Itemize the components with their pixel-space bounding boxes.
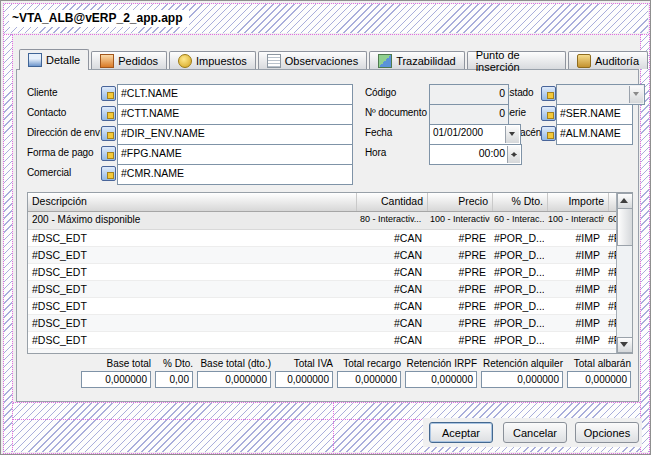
fecha-field[interactable]: 01/01/2000 [429, 124, 521, 145]
cliente-field[interactable]: #CLT.NAME [117, 84, 353, 105]
comercial-field[interactable]: #CMR.NAME [117, 164, 353, 185]
grid-config-row: 200 - Máximo disponible80 - Interactiv..… [28, 212, 617, 230]
grid-cell[interactable]: #DSC_EDT [28, 349, 356, 354]
estado-lookup-icon [541, 86, 556, 101]
window-title: ~VTA_ALB@vERP_2_app.app [9, 10, 189, 27]
scroll-up-icon[interactable] [617, 193, 633, 209]
grid-cell[interactable]: #POR_D... [490, 349, 544, 354]
grid-cell[interactable]: #PRE [426, 264, 490, 280]
grid-row[interactable]: #DSC_EDT#CAN#PRE#POR_D...#IMP#POR_IVA [28, 281, 617, 298]
contacto-lookup-icon[interactable] [101, 106, 116, 121]
column-header-cantidad[interactable]: Cantidad [357, 193, 428, 211]
grid-cell[interactable]: #POR_D... [490, 298, 544, 314]
grid-cell[interactable]: #POR_D... [490, 230, 544, 246]
grid-row[interactable]: #DSC_EDT#CAN#PRE#POR_D...#IMP#POR_IVA [28, 298, 617, 315]
grid-cell[interactable]: #POR_D... [490, 264, 544, 280]
grid-cell[interactable]: #DSC_EDT [28, 315, 356, 331]
serie-lookup-icon[interactable] [541, 106, 556, 121]
grid-cell[interactable]: #POR_D... [490, 247, 544, 263]
direccion-envio-field[interactable]: #DIR_ENV.NAME [117, 124, 353, 145]
tab-detalle[interactable]: Detalle [19, 49, 89, 70]
total-label: Retención IRPF [406, 358, 477, 369]
grid-cell[interactable]: #PRE [426, 315, 490, 331]
grid-cell[interactable]: #PRE [426, 298, 490, 314]
tab-pedidos[interactable]: Pedidos [91, 51, 167, 69]
grid-cell[interactable]: #IMP [544, 230, 604, 246]
total-field[interactable]: 0,00 [155, 371, 193, 388]
total-field[interactable]: 0,000000 [275, 371, 333, 388]
total-field[interactable]: 0,000000 [197, 371, 271, 388]
hora-spinner[interactable] [507, 146, 520, 163]
tab-trazabilidad[interactable]: Trazabilidad [369, 51, 465, 69]
tab-punto-de-insercion[interactable]: Punto de inserción [467, 51, 566, 69]
scroll-down-icon[interactable] [617, 337, 633, 353]
column-header-precio[interactable]: Precio [428, 193, 493, 211]
tab-auditoria[interactable]: Auditoría [568, 51, 648, 69]
almacen-field[interactable]: #ALM.NAME [556, 124, 633, 145]
grid-cell[interactable]: #CAN [356, 349, 426, 354]
hora-field[interactable]: 00:00 [429, 144, 522, 165]
detail-tab-icon [28, 53, 42, 67]
grid-cell[interactable]: #DSC_EDT [28, 230, 356, 246]
forma-pago-lookup-icon[interactable] [101, 146, 116, 161]
grid-cell[interactable]: #PRE [426, 230, 490, 246]
grid-cell[interactable]: #IMP [544, 298, 604, 314]
grid-cell[interactable]: #DSC_EDT [28, 332, 356, 348]
grid-cell[interactable]: #POR_D... [490, 315, 544, 331]
forma-pago-label: Forma de pago [27, 147, 94, 158]
aceptar-button[interactable]: Aceptar [429, 422, 493, 443]
grid-cell[interactable]: #CAN [356, 247, 426, 263]
grid-cell[interactable]: #CAN [356, 315, 426, 331]
lines-grid: DescripciónCantidadPrecio% Dto.Importe% … [27, 192, 633, 354]
grid-cell[interactable]: #POR_D... [490, 332, 544, 348]
grid-cell[interactable]: #CAN [356, 332, 426, 348]
grid-cell[interactable]: #CAN [356, 264, 426, 280]
direccion-envio-lookup-icon[interactable] [101, 126, 116, 141]
almacen-lookup-icon[interactable] [541, 126, 556, 141]
grid-cell[interactable]: #DSC_EDT [28, 298, 356, 314]
total-field[interactable]: 0,000000 [405, 371, 477, 388]
forma-pago-field[interactable]: #FPG.NAME [117, 144, 353, 165]
cliente-lookup-icon[interactable] [101, 86, 116, 101]
grid-cell[interactable]: #PRE [426, 247, 490, 263]
column-header-dto[interactable]: % Dto. [493, 193, 548, 211]
grid-cell[interactable]: #IMP [544, 264, 604, 280]
tab-observaciones[interactable]: Observaciones [258, 51, 367, 69]
column-header-importe[interactable]: Importe [548, 193, 609, 211]
contacto-field[interactable]: #CTT.NAME [117, 104, 353, 125]
total-field[interactable]: 0,000000 [567, 371, 631, 388]
total-field[interactable]: 0,000000 [81, 371, 151, 388]
grid-cell[interactable]: #DSC_EDT [28, 247, 356, 263]
grid-row[interactable]: #DSC_EDT#CAN#PRE#POR_D...#IMP#POR_IVA [28, 332, 617, 349]
grid-row[interactable]: #DSC_EDT#CAN#PRE#POR_D...#IMP#POR_IVA [28, 247, 617, 264]
grid-cell[interactable]: #PRE [426, 349, 490, 354]
grid-cell[interactable]: #CAN [356, 298, 426, 314]
total-field[interactable]: 0,000000 [481, 371, 563, 388]
grid-cell[interactable]: #CAN [356, 281, 426, 297]
scrollbar-thumb[interactable] [617, 208, 633, 246]
total-field[interactable]: 0,000000 [337, 371, 401, 388]
grid-cell[interactable]: #IMP [544, 332, 604, 348]
comercial-lookup-icon[interactable] [101, 166, 116, 181]
opciones-button[interactable]: Opciones [575, 422, 639, 443]
grid-cell[interactable]: #POR_D... [490, 281, 544, 297]
grid-cell[interactable]: #PRE [426, 281, 490, 297]
column-header-descripcion[interactable]: Descripción [28, 193, 357, 211]
grid-cell[interactable]: #IMP [544, 247, 604, 263]
grid-cell[interactable]: #CAN [356, 230, 426, 246]
grid-row[interactable]: #DSC_EDT#CAN#PRE#POR_D...#IMP#POR_IVA [28, 264, 617, 281]
grid-cell[interactable]: #IMP [544, 281, 604, 297]
grid-cell[interactable]: #DSC_EDT [28, 281, 356, 297]
fecha-dropdown-icon[interactable] [505, 126, 519, 143]
grid-cell[interactable]: #IMP [544, 315, 604, 331]
grid-cell[interactable]: #IMP [544, 349, 604, 354]
cancelar-button[interactable]: Cancelar [503, 422, 567, 443]
grid-vertical-scrollbar[interactable] [616, 193, 632, 353]
grid-row[interactable]: #DSC_EDT#CAN#PRE#POR_D...#IMP#POR_IVA [28, 315, 617, 332]
tab-impuestos[interactable]: Impuestos [169, 51, 256, 69]
serie-field[interactable]: #SER.NAME [556, 104, 633, 125]
grid-cell[interactable]: #PRE [426, 332, 490, 348]
grid-cell[interactable]: #DSC_EDT [28, 264, 356, 280]
grid-row[interactable]: #DSC_EDT#CAN#PRE#POR_D...#IMP#POR_IVA [28, 349, 617, 354]
grid-row[interactable]: #DSC_EDT#CAN#PRE#POR_D...#IMP#POR_IVA [28, 230, 617, 247]
